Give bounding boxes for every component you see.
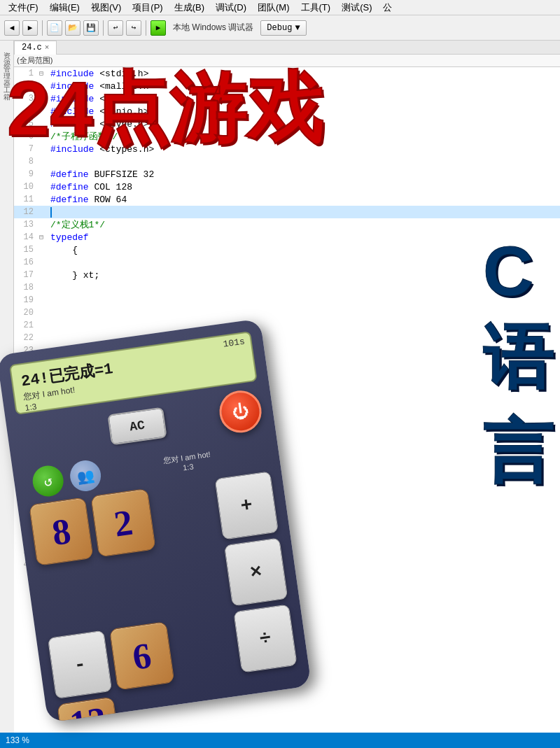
calc-btn-mul[interactable]: × <box>224 537 288 606</box>
power-icon: ⏻ <box>231 400 251 423</box>
menu-item-tools[interactable]: 工具(T) <box>295 1 337 14</box>
forward-button[interactable]: ▶ <box>22 20 38 36</box>
chevron-down-icon: ▼ <box>295 23 300 33</box>
calculator: 101s 24!已完成=1 您对 I am hot! 1:3 AC ⏻ ↺ 👥 … <box>0 318 312 723</box>
scope-bar: (全局范围) <box>14 55 560 67</box>
code-line-15: 15 { <box>14 244 560 256</box>
tab-file[interactable]: 24.c × <box>14 41 57 55</box>
code-line-11: 11 #define ROW 64 <box>14 193 560 206</box>
calc-btn-2[interactable]: 2 <box>91 488 156 557</box>
back-button[interactable]: ◀ <box>4 20 20 36</box>
undo-button[interactable]: ↩ <box>108 20 123 36</box>
code-line-1: 1 ⊟ #include <stdio.h> <box>14 67 560 80</box>
debug-target-label: 本地 Windows 调试器 <box>169 22 258 34</box>
menu-item-misc[interactable]: 公 <box>377 1 398 14</box>
status-bar: 133 % <box>0 733 560 748</box>
code-line-8: 8 <box>14 155 560 168</box>
code-line-5: 5 #include <ctype.h> <box>14 118 560 130</box>
menu-item-test[interactable]: 测试(S) <box>336 1 377 14</box>
calc-btn-6[interactable]: 6 <box>109 621 174 690</box>
zoom-level: 133 % <box>6 735 29 745</box>
sidebar-item-resources[interactable]: 资 <box>2 43 12 49</box>
sidebar-item-manage[interactable]: 管 <box>2 57 12 63</box>
new-file-button[interactable]: 📄 <box>47 20 62 36</box>
debug-mode-dropdown[interactable]: Debug ▼ <box>260 20 306 36</box>
menu-item-view[interactable]: 视图(V) <box>85 1 127 14</box>
calc-btn-8[interactable]: 8 <box>29 497 94 565</box>
menu-item-team[interactable]: 团队(M) <box>252 1 295 14</box>
toolbar-separator-1 <box>42 20 43 36</box>
code-line-6: 6 /*子程序函数*/ <box>14 130 560 143</box>
scope-label: (全局范围) <box>17 55 52 66</box>
sidebar-item-qi[interactable]: 器 <box>2 71 12 77</box>
menu-bar: 文件(F) 编辑(E) 视图(V) 项目(P) 生成(B) 调试(D) 团队(M… <box>0 0 560 15</box>
calc-btn-minus[interactable]: - <box>48 630 113 698</box>
users-button[interactable]: 👥 <box>68 458 103 493</box>
code-line-10: 10 #define COL 128 <box>14 181 560 193</box>
code-line-7: 7 #include <ctypes.h> <box>14 143 560 155</box>
calc-btn-plus[interactable]: + <box>215 471 279 539</box>
code-line-12: 12 <box>14 206 560 218</box>
toolbar-separator-2 <box>103 20 104 36</box>
code-line-4: 4 #include <conio.h> <box>14 105 560 118</box>
debug-mode-value: Debug <box>267 23 292 33</box>
power-button[interactable]: ⏻ <box>217 388 265 435</box>
ac-button[interactable]: AC <box>107 407 167 446</box>
calc-btn-div[interactable]: ÷ <box>233 604 297 672</box>
refresh-button[interactable]: ↺ <box>31 464 66 499</box>
menu-item-project[interactable]: 项目(P) <box>127 1 168 14</box>
sidebar-item-source[interactable]: 源 <box>2 50 12 56</box>
menu-item-build[interactable]: 生成(B) <box>169 1 210 14</box>
sidebar-item-toolbox[interactable]: 工 <box>2 78 12 84</box>
code-line-18: 18 <box>14 281 560 294</box>
toolbar: ◀ ▶ 📄 📂 💾 ↩ ↪ ▶ 本地 Windows 调试器 Debug ▼ <box>0 15 560 41</box>
code-line-20: 20 <box>14 306 560 319</box>
save-button[interactable]: 💾 <box>83 20 99 36</box>
code-line-3: 3 #include <stdlib.h> <box>14 92 560 105</box>
code-line-14: 14 ⊟ typedef <box>14 231 560 244</box>
tab-bar: 24.c × <box>14 41 560 55</box>
redo-button[interactable]: ↪ <box>126 20 141 36</box>
open-button[interactable]: 📂 <box>65 20 80 36</box>
users-icon: 👥 <box>76 466 95 486</box>
toolbar-separator-3 <box>146 20 146 36</box>
code-line-17: 17 } xt; <box>14 269 560 281</box>
menu-item-edit[interactable]: 编辑(E) <box>44 1 85 14</box>
sidebar-item-xiang[interactable]: 箱 <box>2 85 12 91</box>
tab-close-icon[interactable]: × <box>45 43 50 52</box>
code-line-2: 2 #include <malloc.h> <box>14 80 560 92</box>
code-line-19: 19 <box>14 294 560 306</box>
calc-button-grid: 8 2 + - 6 13 × ÷ <box>29 471 304 723</box>
tab-filename: 24.c <box>22 43 42 52</box>
run-button[interactable]: ▶ <box>150 20 166 36</box>
code-line-9: 9 #define BUFFSIZE 32 <box>14 168 560 181</box>
code-line-13: 13 /*定义栈1*/ <box>14 218 560 231</box>
menu-item-debug[interactable]: 调试(D) <box>210 1 252 14</box>
refresh-icon: ↺ <box>43 472 53 490</box>
menu-item-file[interactable]: 文件(F) <box>3 1 44 14</box>
code-line-16: 16 <box>14 256 560 269</box>
sidebar-item-li[interactable]: 理 <box>2 64 12 70</box>
code-line-21: 21 <box>14 319 560 332</box>
